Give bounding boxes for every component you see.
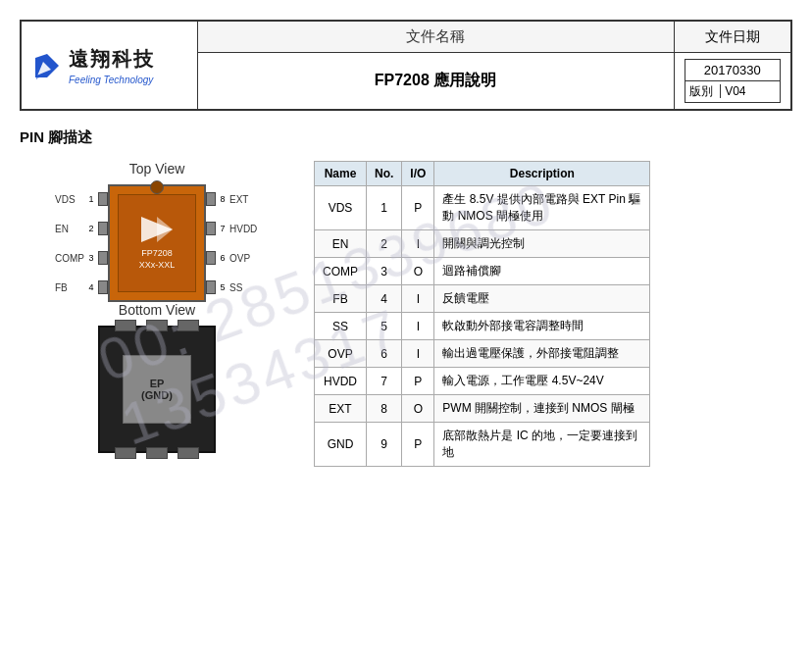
ic-ep: EP (GND) — [123, 355, 191, 424]
pad-bot-1 — [115, 447, 136, 459]
col-name: Name — [315, 162, 367, 186]
ep-sub: (GND) — [141, 389, 173, 401]
col-io: I/O — [402, 162, 434, 186]
pin-label-hvdd: HVDD — [229, 224, 259, 234]
cell-name-5: OVP — [315, 340, 367, 368]
pin-label-comp: COMP — [55, 253, 84, 264]
pin-box-3 — [98, 251, 108, 265]
section-title: PIN 腳描述 — [20, 128, 792, 147]
pin-row-fb: FB 4 — [55, 280, 108, 294]
pad-bot-3 — [178, 447, 199, 459]
cell-desc-5: 輸出過電壓保護，外部接電阻調整 — [434, 340, 650, 368]
table-row: SS5I軟啟動外部接電容調整時間 — [315, 313, 650, 340]
doc-name-header: 文件名稱 — [197, 21, 674, 53]
cell-no-1: 2 — [367, 230, 402, 258]
pin-row-ss: 5 SS — [206, 280, 259, 294]
pins-left: VDS 1 EN 2 COMP 3 FB 4 — [55, 184, 108, 302]
pad-top-2 — [146, 320, 168, 331]
cell-no-3: 4 — [367, 285, 402, 313]
cell-no-2: 3 — [367, 258, 402, 285]
pin-row-ext: 8 EXT — [206, 192, 259, 206]
pin-num-7: 7 — [218, 224, 228, 233]
version-label: 版別 — [685, 84, 717, 98]
logo-cell: F 遠翔科技 Feeling Technology — [21, 21, 197, 110]
pins-right: 8 EXT 7 HVDD 6 OVP 5 SS — [206, 184, 259, 302]
pin-box-6 — [206, 251, 216, 265]
col-desc: Description — [434, 162, 650, 186]
cell-name-3: FB — [315, 285, 367, 313]
table-row: EXT8OPWM 開關控制，連接到 NMOS 閘極 — [315, 395, 650, 423]
ic-arrow-logo — [139, 215, 175, 244]
pad-bot-2 — [146, 447, 168, 459]
table-row: HVDD7P輸入電源，工作電壓 4.5V~24V — [315, 368, 650, 395]
cell-name-7: EXT — [315, 395, 367, 423]
cell-desc-7: PWM 開關控制，連接到 NMOS 閘極 — [434, 395, 650, 423]
cell-desc-1: 開關與調光控制 — [434, 230, 650, 258]
bottom-pads-top — [110, 320, 204, 331]
cell-name-4: SS — [315, 313, 367, 340]
ic-bottom-body: EP (GND) — [98, 326, 216, 453]
pad-top-3 — [178, 320, 199, 331]
logo-brand: F 遠翔科技 Feeling Technology — [31, 46, 187, 85]
header-table: F 遠翔科技 Feeling Technology 文件名稱 文件日期 FP72… — [20, 20, 792, 111]
logo-icon: F — [31, 50, 63, 81]
logo-en: Feeling Technology — [69, 75, 155, 85]
table-row: EN2I開關與調光控制 — [315, 230, 650, 258]
pin-label-en: EN — [55, 224, 84, 234]
pin-box-5 — [206, 280, 216, 294]
doc-date-header: 文件日期 — [674, 21, 791, 53]
pin-label-ss: SS — [229, 282, 259, 293]
cell-io-5: I — [402, 340, 434, 368]
pin-box-7 — [206, 222, 216, 235]
cell-name-1: EN — [315, 230, 367, 258]
cell-io-8: P — [402, 423, 434, 467]
cell-no-6: 7 — [367, 368, 402, 395]
cell-no-8: 9 — [367, 423, 402, 467]
ic-model-text: FP7208XXx-XXL — [139, 248, 176, 271]
pin-row-vds: VDS 1 — [55, 192, 108, 206]
cell-desc-2: 迴路補償腳 — [434, 258, 650, 285]
ic-notch — [150, 180, 164, 194]
cell-desc-8: 底部散熱片是 IC 的地，一定要連接到地 — [434, 423, 650, 467]
table-container: Name No. I/O Description VDS1P產生 8.5V 提供… — [314, 161, 792, 467]
cell-io-7: O — [402, 395, 434, 423]
pin-num-1: 1 — [86, 194, 96, 204]
svg-marker-4 — [157, 217, 173, 242]
pin-box-4 — [98, 280, 108, 294]
pin-num-8: 8 — [218, 194, 228, 204]
pin-label-fb: FB — [55, 282, 84, 293]
table-row: FB4I反饋電壓 — [315, 285, 650, 313]
pin-box-8 — [206, 192, 216, 206]
doc-date-value: 20170330 版別 V04 — [674, 53, 791, 111]
cell-desc-4: 軟啟動外部接電容調整時間 — [434, 313, 650, 340]
cell-io-3: I — [402, 285, 434, 313]
cell-desc-0: 產生 8.5V 提供內部電路與 EXT Pin 驅動 NMOS 閘極使用 — [434, 186, 650, 230]
cell-io-2: O — [402, 258, 434, 285]
pad-top-1 — [115, 320, 136, 331]
doc-name-value: FP7208 應用說明 — [197, 53, 674, 111]
cell-desc-3: 反饋電壓 — [434, 285, 650, 313]
doc-date: 20170330 — [685, 60, 781, 81]
logo-cn: 遠翔科技 — [69, 46, 155, 73]
version-value: V04 — [720, 84, 749, 98]
cell-name-2: COMP — [315, 258, 367, 285]
table-row: COMP3O迴路補償腳 — [315, 258, 650, 285]
pin-num-4: 4 — [86, 282, 96, 292]
ic-body-inner: FP7208XXx-XXL — [118, 194, 196, 292]
cell-name-0: VDS — [315, 186, 367, 230]
pin-num-2: 2 — [86, 224, 96, 233]
top-view-container: VDS 1 EN 2 COMP 3 FB 4 — [39, 184, 275, 302]
cell-name-6: HVDD — [315, 368, 367, 395]
cell-no-7: 8 — [367, 395, 402, 423]
ic-diagram: Top View VDS 1 EN 2 COMP 3 — [20, 161, 294, 453]
top-view-label: Top View — [20, 161, 294, 177]
cell-desc-6: 輸入電源，工作電壓 4.5V~24V — [434, 368, 650, 395]
bottom-pads-bottom — [110, 447, 204, 459]
pin-num-6: 6 — [218, 253, 228, 263]
cell-no-0: 1 — [367, 186, 402, 230]
pin-num-5: 5 — [218, 282, 228, 292]
pin-row-comp: COMP 3 — [55, 251, 108, 265]
pin-label-ext: EXT — [229, 194, 259, 205]
cell-name-8: GND — [315, 423, 367, 467]
ep-label: EP — [150, 378, 165, 389]
